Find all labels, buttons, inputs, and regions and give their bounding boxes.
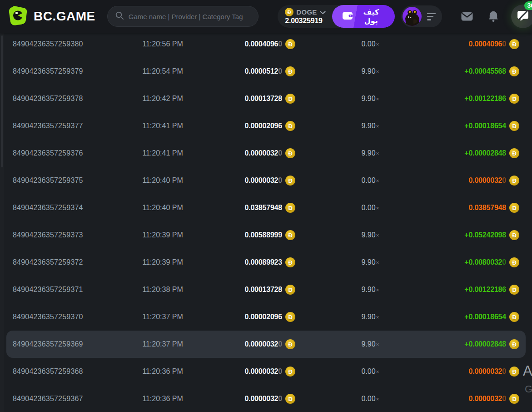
bet-multiplier: 0.00× [295, 367, 445, 376]
bet-amount: 0.00000320 Ð [199, 339, 295, 349]
bet-amount: 0.03857948 Ð [199, 203, 295, 213]
table-row[interactable]: 84904236357259378 11:20:42 PM 0.00013728… [6, 85, 526, 112]
bet-time: 11:20:54 PM [126, 67, 199, 75]
chat-button[interactable]: 36 [511, 5, 532, 28]
doge-coin-icon: Ð [285, 394, 295, 404]
bet-time: 11:20:37 PM [126, 340, 199, 348]
bet-id: 84904236357259379 [13, 67, 126, 75]
bet-amount: 0.00000320 Ð [199, 176, 295, 186]
bet-time: 11:20:36 PM [126, 367, 199, 376]
bets-table: 84904236357259380 11:20:56 PM 0.00040960… [0, 30, 532, 412]
bet-time: 11:20:38 PM [126, 286, 199, 294]
doge-coin-icon: Ð [509, 94, 519, 104]
scrollbar-track[interactable] [0, 33, 4, 412]
doge-coin-icon: Ð [509, 312, 519, 322]
bet-multiplier: 9.90× [295, 313, 445, 321]
profile-menu-icon[interactable] [427, 13, 436, 20]
bet-time: 11:20:40 PM [126, 204, 199, 212]
table-row[interactable]: 84904236357259367 11:20:36 PM 0.00000320… [6, 385, 526, 412]
bet-payout: +0.00018654 Ð [445, 312, 519, 322]
doge-coin-icon: Ð [285, 285, 295, 295]
table-row[interactable]: 84904236357259380 11:20:56 PM 0.00040960… [6, 30, 526, 58]
table-row[interactable]: 84904236357259379 11:20:54 PM 0.00005120… [6, 58, 526, 85]
doge-coin-icon: Ð [285, 312, 295, 322]
table-row[interactable]: 84904236357259377 11:20:41 PM 0.00002096… [6, 112, 526, 140]
bet-multiplier: 9.90× [295, 258, 445, 266]
doge-coin-icon: Ð [285, 8, 293, 16]
bet-amount: 0.00588999 Ð [199, 230, 295, 240]
doge-coin-icon: Ð [509, 203, 519, 213]
bet-id: 84904236357259374 [13, 204, 126, 212]
table-row[interactable]: 84904236357259369 11:20:37 PM 0.00000320… [6, 331, 526, 358]
bcgame-logo-icon [8, 5, 28, 28]
bet-multiplier: 9.90× [295, 149, 445, 157]
bet-time: 11:20:39 PM [126, 231, 199, 239]
table-row[interactable]: 84904236357259371 11:20:38 PM 0.00013728… [6, 276, 526, 303]
search-icon [115, 11, 124, 22]
doge-coin-icon: Ð [509, 339, 519, 349]
bet-payout: +0.00122186 Ð [445, 285, 519, 295]
bcgame-logo[interactable]: BC.GAME [8, 5, 95, 28]
bet-multiplier: 9.90× [295, 95, 445, 103]
bcgame-logo-text: BC.GAME [34, 9, 95, 24]
wallet-balance: 2.00325919 [285, 17, 323, 25]
bet-id: 84904236357259380 [13, 40, 126, 48]
currency-selector[interactable]: Ð DOGE 2.00325919 [285, 8, 325, 25]
bet-payout: +0.00018654 Ð [445, 121, 519, 131]
wallet-button[interactable]: کیف پول [332, 5, 395, 28]
wallet-button-label: کیف پول [358, 8, 385, 25]
bet-multiplier: 0.00× [295, 204, 445, 212]
bet-multiplier: 0.00× [295, 395, 445, 403]
table-row[interactable]: 84904236357259376 11:20:41 PM 0.00000320… [6, 140, 526, 167]
table-row[interactable]: 84904236357259375 11:20:40 PM 0.00000320… [6, 167, 526, 194]
bet-id: 84904236357259375 [13, 176, 126, 185]
bet-time: 11:20:42 PM [126, 95, 199, 103]
doge-coin-icon: Ð [509, 257, 519, 267]
wallet-icon [342, 10, 353, 22]
notifications-bell-icon[interactable] [487, 10, 499, 23]
bet-id: 84904236357259376 [13, 149, 126, 157]
bet-amount: 0.00013728 Ð [199, 285, 295, 295]
doge-coin-icon: Ð [509, 121, 519, 131]
bet-amount: 0.00000320 Ð [199, 148, 295, 158]
bet-payout: +0.00045568 Ð [445, 66, 519, 76]
doge-coin-icon: Ð [509, 394, 519, 404]
mail-icon[interactable] [460, 10, 474, 22]
bet-payout: 0.00040960 Ð [445, 39, 519, 49]
bet-multiplier: 9.90× [295, 67, 445, 75]
doge-coin-icon: Ð [285, 203, 295, 213]
doge-coin-icon: Ð [285, 66, 295, 76]
bet-payout: +0.00800320 Ð [445, 257, 519, 267]
game-search-bar[interactable] [107, 6, 259, 27]
bet-amount: 0.00089923 Ð [199, 257, 295, 267]
bet-amount: 0.00000320 Ð [199, 394, 295, 404]
bet-payout: 0.03857948 Ð [445, 203, 519, 213]
table-row[interactable]: 84904236357259373 11:20:39 PM 0.00588999… [6, 221, 526, 249]
bet-amount: 0.00013728 Ð [199, 94, 295, 104]
search-input[interactable] [129, 13, 251, 20]
doge-coin-icon: Ð [285, 94, 295, 104]
doge-coin-icon: Ð [285, 39, 295, 49]
table-row[interactable]: 84904236357259374 11:20:40 PM 0.03857948… [6, 194, 526, 221]
bet-id: 84904236357259368 [13, 367, 126, 376]
bet-payout: +0.00002848 Ð [445, 148, 519, 158]
bet-payout: 0.00000320 Ð [445, 367, 519, 377]
doge-coin-icon: Ð [285, 176, 295, 186]
doge-coin-icon: Ð [509, 285, 519, 295]
doge-coin-icon: Ð [285, 257, 295, 267]
table-row[interactable]: 84904236357259372 11:20:39 PM 0.00089923… [6, 249, 526, 276]
bet-multiplier: 9.90× [295, 286, 445, 294]
balance-wallet-group: Ð DOGE 2.00325919 کیف پول [278, 5, 395, 28]
currency-code: DOGE [296, 8, 317, 16]
table-row[interactable]: 84904236357259370 11:20:37 PM 0.00002096… [6, 303, 526, 331]
bet-amount: 0.00002096 Ð [199, 121, 295, 131]
chat-unread-badge: 36 [524, 1, 532, 10]
scrollbar-thumb[interactable] [1, 35, 3, 167]
avatar[interactable] [403, 7, 422, 26]
bet-id: 84904236357259373 [13, 231, 126, 239]
clipped-edge-text: G [525, 383, 532, 395]
doge-coin-icon: Ð [285, 230, 295, 240]
bet-multiplier: 9.90× [295, 231, 445, 239]
table-row[interactable]: 84904236357259368 11:20:36 PM 0.00000320… [6, 358, 526, 385]
bet-multiplier: 9.90× [295, 122, 445, 130]
